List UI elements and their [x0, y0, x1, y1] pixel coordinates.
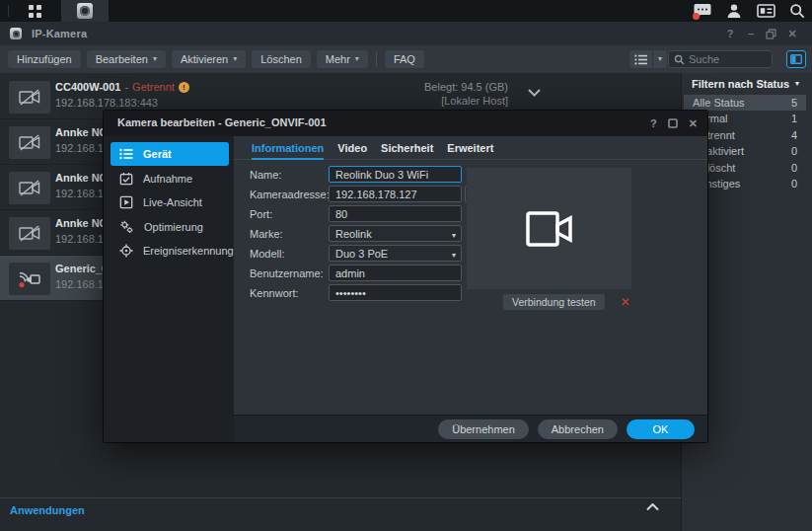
filter-count: 0 [791, 178, 797, 190]
port-field[interactable]: 80 [329, 205, 462, 222]
username-label: Benutzername: [250, 267, 329, 279]
tab-erweitert[interactable]: Erweitert [447, 141, 493, 160]
list-icon [119, 148, 133, 160]
cancel-button[interactable]: Abbrechen [538, 419, 618, 439]
taskbar-active-app-tab[interactable] [61, 0, 109, 22]
test-connection-button[interactable]: Verbindung testen [503, 294, 605, 310]
filter-item-alle-status[interactable]: Alle Status5 [684, 95, 806, 111]
minimize-icon[interactable]: – [745, 27, 757, 40]
toolbar-divider [376, 51, 377, 67]
address-label: Kameraadresse: [250, 189, 329, 200]
camera-address-field[interactable]: 192.168.178.127 [329, 186, 462, 202]
chevron-up-icon[interactable] [646, 503, 659, 511]
dialog-controls: ? ✕ [650, 111, 698, 136]
search-icon [674, 54, 685, 65]
window-controls: ? – ✕ [724, 22, 798, 45]
close-icon[interactable]: ✕ [689, 117, 698, 130]
apply-button[interactable]: Übernehmen [438, 419, 529, 439]
side-panel-toggle-icon[interactable] [786, 50, 806, 68]
add-button[interactable]: Hinzufügen [8, 50, 81, 68]
name-field[interactable]: Reolink Duo 3 WiFi [329, 166, 462, 183]
chevron-down-icon: ▾ [355, 55, 359, 63]
chevron-down-icon: ▾ [452, 231, 456, 240]
warning-icon: ! [179, 82, 189, 93]
brand-select[interactable]: Reolink▾ [329, 225, 462, 242]
filter-count: 0 [791, 145, 797, 157]
model-label: Modell: [250, 248, 329, 260]
ok-button[interactable]: OK [627, 419, 695, 439]
error-cross-icon: ✕ [621, 296, 630, 308]
filter-panel-title[interactable]: Filtern nach Status ▾ [692, 78, 799, 90]
camera-preview [467, 168, 631, 289]
faq-button[interactable]: FAQ [385, 50, 424, 68]
help-icon[interactable]: ? [650, 117, 657, 129]
chevron-down-icon: ▾ [795, 80, 799, 88]
storage-used: Belegt: 94.5 (GB) [424, 80, 508, 94]
main-menu-grid-icon[interactable] [28, 3, 47, 19]
password-label: Kennwort: [250, 287, 329, 299]
chevron-down-icon[interactable] [528, 89, 541, 97]
camera-thumbnail [9, 81, 50, 114]
more-button[interactable]: Mehr▾ [317, 50, 368, 68]
edit-button[interactable]: Bearbeiten▾ [87, 50, 166, 68]
sidebar-item-aufnahme[interactable]: Aufnahme [111, 167, 229, 190]
username-field[interactable]: admin [329, 265, 462, 281]
camera-thumbnail [9, 172, 50, 204]
sidebar-item-ereigniserkennung[interactable]: Ereigniserkennung [111, 239, 229, 263]
surveillance-station-app-icon [77, 3, 93, 19]
search-icon[interactable] [786, 2, 808, 20]
chevron-down-icon: ▾ [233, 55, 237, 63]
ip-kamera-app-icon [10, 28, 22, 39]
window-title: IP-Kamera [32, 28, 87, 39]
password-field[interactable]: •••••••• [329, 284, 462, 301]
edit-camera-dialog: Kamera bearbeiten - Generic_ONVIF-001 ? … [104, 111, 707, 442]
camera-thumbnail [9, 217, 50, 250]
model-select[interactable]: Duo 3 PoE▾ [329, 245, 462, 262]
taskbar-divider [8, 5, 9, 17]
filter-count: 4 [791, 129, 797, 141]
close-icon[interactable]: ✕ [786, 27, 798, 40]
sidebar-item-live-ansicht[interactable]: Live-Ansicht [111, 190, 229, 214]
screen: IP-Kamera ? – ✕ Hinzufügen Bearbeiten▾ A… [0, 0, 812, 531]
play-box-icon [119, 195, 133, 209]
filter-count: 5 [791, 97, 797, 109]
user-icon[interactable] [723, 2, 745, 20]
storage-host: [Lokaler Host] [424, 94, 508, 108]
applications-bar: Anwendungen [0, 497, 681, 531]
chevron-down-icon: ▾ [153, 55, 157, 63]
sidebar-item-optimierung[interactable]: Optimierung [111, 215, 229, 239]
help-icon[interactable]: ? [724, 27, 736, 40]
window-titlebar[interactable]: IP-Kamera ? – ✕ [0, 22, 812, 45]
filter-count: 0 [791, 162, 797, 174]
gears-icon [119, 220, 134, 234]
activate-button[interactable]: Aktivieren▾ [172, 50, 246, 68]
search-input[interactable] [689, 53, 767, 65]
list-view-icon[interactable] [629, 50, 652, 68]
sidebar-item-geraet[interactable]: Gerät [111, 142, 229, 166]
camera-disconnected-thumbnail [9, 263, 50, 295]
maximize-icon[interactable] [668, 118, 678, 128]
filter-count: 1 [791, 113, 797, 124]
port-label: Port: [250, 208, 329, 220]
chat-icon[interactable] [692, 2, 713, 20]
dialog-titlebar[interactable]: Kamera bearbeiten - Generic_ONVIF-001 ? … [104, 111, 707, 136]
chevron-down-icon: ▾ [452, 251, 456, 260]
delete-button[interactable]: Löschen [252, 50, 311, 68]
tab-informationen[interactable]: Informationen [252, 141, 324, 160]
toolbar: Hinzufügen Bearbeiten▾ Aktivieren▾ Lösch… [0, 45, 812, 73]
notification-badge [693, 13, 700, 20]
video-camera-icon [522, 208, 577, 250]
dialog-title: Kamera bearbeiten - Generic_ONVIF-001 [117, 116, 327, 128]
view-mode-caret[interactable]: ▾ [652, 50, 667, 68]
brand-label: Marke: [250, 228, 329, 240]
tab-sicherheit[interactable]: Sicherheit [381, 141, 433, 160]
tab-bar: Informationen Video Sicherheit Erweitert [234, 141, 707, 160]
restore-icon[interactable] [766, 27, 777, 40]
applications-link[interactable]: Anwendungen [10, 504, 85, 516]
tab-video[interactable]: Video [337, 141, 367, 160]
dialog-content: Informationen Video Sicherheit Erweitert… [234, 136, 707, 415]
name-label: Name: [250, 169, 329, 181]
separator: - [124, 81, 128, 93]
view-mode-button: ▾ [629, 50, 667, 68]
widgets-icon[interactable] [755, 2, 776, 20]
